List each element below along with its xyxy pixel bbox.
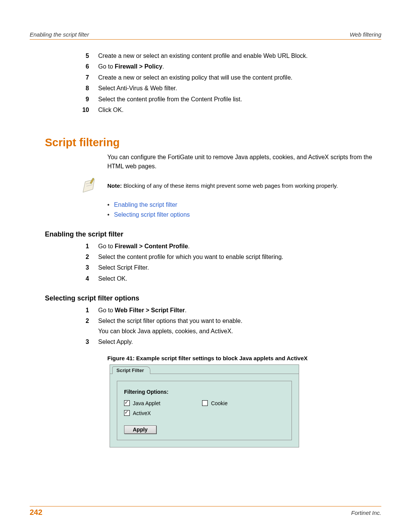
subsection-selecting: Selecting script filter options [45,294,381,302]
checkbox-cookie[interactable]: Cookie [202,400,228,406]
section-heading: Script filtering [45,136,381,149]
selecting-steps: 1Go to Web Filter > Script Filter. 2Sele… [30,305,381,347]
checkbox-icon [202,400,208,406]
checkbox-icon [124,400,130,406]
checkbox-activex[interactable]: ActiveX [124,410,151,416]
tab-script-filter[interactable]: Script Filter [112,366,150,374]
note-block: Note: Blocking of any of these items mig… [79,176,381,195]
header-right: Web filtering [350,31,381,38]
header-left: Enabling the script filter [30,31,89,38]
checkbox-icon [124,410,130,416]
running-header: Enabling the script filter Web filtering [30,31,381,40]
continued-steps: 5Create a new or select an existing cont… [30,51,381,115]
note-label: Note: [107,182,124,189]
enabling-steps: 1Go to Firewall > Content Profile. 2Sele… [30,241,381,284]
script-filter-panel: Script Filter Filtering Options: Java Ap… [110,364,299,447]
apply-button[interactable]: Apply [124,425,156,434]
footer-company: Fortinet Inc. [351,510,381,516]
intro-paragraph: You can configure the FortiGate unit to … [107,153,374,171]
checkbox-java-applet[interactable]: Java Applet [124,400,160,406]
toc-link-selecting[interactable]: Selecting script filter options [114,211,190,218]
toc-link-enabling[interactable]: Enabling the script filter [114,201,177,208]
note-text: Blocking of any of these items might pre… [124,182,338,189]
running-footer: 242 Fortinet Inc. [30,506,381,517]
section-toc: Enabling the script filter Selecting scr… [107,200,381,219]
page-number: 242 [30,508,42,517]
note-icon [79,176,97,195]
filtering-options-legend: Filtering Options: [124,389,285,395]
figure-caption: Figure 41: Example script filter setting… [107,355,381,361]
subsection-enabling: Enabling the script filter [45,230,381,238]
